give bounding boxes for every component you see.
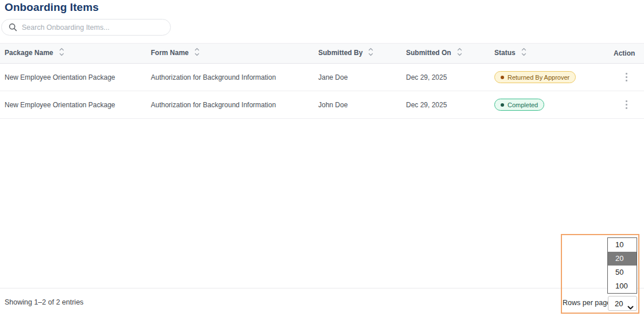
sort-icon xyxy=(457,48,462,58)
sort-icon xyxy=(368,48,373,58)
cell-action xyxy=(609,64,644,91)
column-header-action: Action xyxy=(609,44,644,64)
chevron-down-icon xyxy=(627,302,634,312)
column-header-submitted-by[interactable]: Submitted By xyxy=(314,44,401,64)
kebab-menu-icon[interactable] xyxy=(621,99,633,111)
cell-form-name: Authorization for Background Information xyxy=(146,64,314,91)
status-badge: Returned By Approver xyxy=(494,71,576,83)
cell-submitted-by: Jane Doe xyxy=(314,64,401,91)
rows-option[interactable]: 20 xyxy=(608,252,637,266)
rows-option[interactable]: 50 xyxy=(608,266,637,279)
status-badge: Completed xyxy=(494,99,544,111)
column-header-form-name[interactable]: Form Name xyxy=(146,44,314,64)
sort-icon xyxy=(59,48,64,58)
column-header-package-name[interactable]: Package Name xyxy=(0,44,146,64)
search-icon xyxy=(9,23,17,32)
status-dot-icon xyxy=(501,103,504,107)
rows-option[interactable]: 10 xyxy=(608,238,637,252)
sort-icon xyxy=(521,48,526,58)
cell-submitted-on: Dec 29, 2025 xyxy=(401,91,490,119)
search-input[interactable] xyxy=(22,24,165,32)
onboarding-items-table: Package Name Form Name Submitted By Subm… xyxy=(0,43,644,119)
sort-icon xyxy=(194,48,200,58)
column-header-status[interactable]: Status xyxy=(490,44,609,64)
cell-form-name: Authorization for Background Information xyxy=(146,91,314,119)
kebab-menu-icon[interactable] xyxy=(621,71,633,84)
cell-action xyxy=(609,91,644,119)
cell-package-name: New Employee Orientation Package xyxy=(0,64,146,91)
table-footer: Showing 1–2 of 2 entries Rows per page: … xyxy=(0,288,644,316)
page-title: Onboarding Items xyxy=(5,1,99,14)
rows-per-page-label: Rows per page: xyxy=(563,299,613,307)
rows-per-page-options: 10 20 50 100 xyxy=(607,237,637,294)
status-dot-icon xyxy=(501,76,504,79)
cell-status: Completed xyxy=(490,91,609,119)
cell-package-name: New Employee Orientation Package xyxy=(0,91,146,119)
table-header-row: Package Name Form Name Submitted By Subm… xyxy=(0,44,644,64)
rows-per-page-select[interactable]: 20 xyxy=(608,296,637,311)
cell-status: Returned By Approver xyxy=(490,64,609,91)
rows-option[interactable]: 100 xyxy=(608,279,637,293)
search-box[interactable] xyxy=(1,19,171,36)
column-header-submitted-on[interactable]: Submitted On xyxy=(401,44,490,64)
cell-submitted-on: Dec 29, 2025 xyxy=(401,64,490,91)
cell-submitted-by: John Doe xyxy=(314,91,401,119)
table-row: New Employee Orientation Package Authori… xyxy=(0,91,644,119)
table-row: New Employee Orientation Package Authori… xyxy=(0,64,644,91)
rows-per-page-value: 20 xyxy=(615,299,623,308)
entries-summary: Showing 1–2 of 2 entries xyxy=(5,298,84,306)
